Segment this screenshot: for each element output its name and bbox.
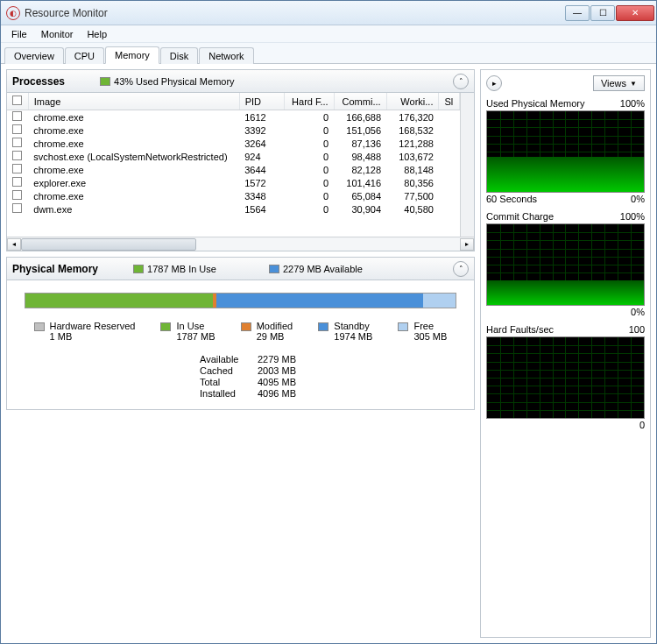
graph-block: Used Physical Memory100% 60 Seconds0% — [486, 98, 645, 204]
legend-value: 1 MB — [50, 331, 136, 342]
tab-overview[interactable]: Overview — [4, 47, 64, 64]
col-image[interactable]: Image — [28, 93, 239, 110]
minimize-button[interactable]: — — [565, 5, 590, 21]
legend-inuse: In Use 1787 MB — [160, 321, 215, 342]
app-icon: ◐ — [6, 6, 20, 20]
graph-canvas — [486, 223, 645, 306]
cell-pid: 924 — [239, 150, 285, 163]
membar-free — [423, 294, 455, 308]
table-row[interactable]: chrome.exe 1612 0 166,688 176,320 — [7, 110, 460, 124]
cell-working: 176,320 — [386, 110, 439, 124]
col-pid[interactable]: PID — [239, 93, 285, 110]
membar-inuse — [25, 294, 213, 308]
col-working[interactable]: Worki... — [386, 93, 439, 110]
row-checkbox[interactable] — [12, 190, 22, 200]
menu-file[interactable]: File — [4, 27, 34, 41]
table-row[interactable]: chrome.exe 3392 0 151,056 168,532 — [7, 124, 460, 137]
cell-pid: 3264 — [239, 137, 285, 150]
collapse-right-icon[interactable]: ▸ — [486, 75, 502, 91]
col-sl[interactable]: Sl — [439, 93, 460, 110]
total-label: Total — [200, 377, 252, 387]
menu-monitor[interactable]: Monitor — [34, 27, 81, 41]
legend-swatch — [241, 322, 251, 331]
graph-foot-r: 0% — [631, 194, 645, 204]
total-value: 4095 MB — [258, 377, 319, 387]
physical-avail-status: 2279 MB Available — [283, 264, 363, 274]
row-checkbox[interactable] — [12, 151, 22, 160]
left-pane: Processes 43% Used Physical Memory ˄ — [6, 69, 475, 638]
row-checkbox[interactable] — [12, 138, 22, 147]
cell-commit: 30,904 — [334, 202, 386, 216]
row-checkbox[interactable] — [12, 203, 22, 213]
scroll-thumb[interactable] — [21, 238, 196, 251]
row-checkbox[interactable] — [12, 111, 22, 121]
tab-disk[interactable]: Disk — [160, 47, 198, 64]
legend-value: 29 MB — [257, 331, 293, 342]
legend-value: 1974 MB — [334, 331, 372, 342]
table-row[interactable]: chrome.exe 3348 0 65,084 77,500 — [7, 189, 460, 202]
menu-help[interactable]: Help — [80, 27, 114, 41]
cell-working: 40,580 — [386, 202, 439, 216]
legend-swatch — [318, 322, 328, 331]
cell-image: chrome.exe — [28, 124, 239, 137]
legend-label: Modified — [257, 321, 293, 331]
select-all-checkbox[interactable] — [12, 96, 22, 105]
legend-swatch — [34, 322, 45, 331]
tab-cpu[interactable]: CPU — [65, 47, 104, 64]
close-button[interactable]: ✕ — [616, 5, 654, 21]
cell-hardf: 0 — [285, 202, 334, 216]
titlebar[interactable]: ◐ Resource Monitor — ☐ ✕ — [1, 1, 656, 25]
cell-commit: 82,128 — [334, 163, 386, 176]
views-button[interactable]: Views ▼ — [593, 75, 645, 91]
legend-value: 1787 MB — [176, 331, 215, 342]
legend-value: 305 MB — [413, 331, 447, 342]
table-row[interactable]: chrome.exe 3644 0 82,128 88,148 — [7, 163, 460, 176]
cell-pid: 1564 — [239, 202, 285, 216]
cell-commit: 87,136 — [334, 137, 386, 150]
physical-header[interactable]: Physical Memory 1787 MB In Use 2279 MB A… — [7, 258, 474, 280]
graph-max: 100% — [620, 98, 645, 109]
row-checkbox[interactable] — [12, 124, 22, 134]
processes-hscroll[interactable]: ◂ ▸ — [7, 237, 474, 251]
row-checkbox[interactable] — [12, 164, 22, 173]
processes-status: 43% Used Physical Memory — [114, 76, 235, 87]
right-pane: ▸ Views ▼ Used Physical Memory100% 60 Se… — [480, 69, 651, 638]
graph-block: Hard Faults/sec100 0 — [486, 324, 645, 430]
table-row[interactable]: explorer.exe 1572 0 101,416 80,356 — [7, 176, 460, 189]
cell-pid: 3348 — [239, 189, 285, 202]
tab-network[interactable]: Network — [199, 47, 253, 64]
col-commit[interactable]: Commi... — [334, 93, 386, 110]
graph-fill — [487, 280, 644, 305]
scroll-right-icon[interactable]: ▸ — [460, 238, 474, 251]
cell-commit: 98,488 — [334, 150, 386, 163]
table-row[interactable]: svchost.exe (LocalSystemNetworkRestricte… — [7, 150, 460, 163]
cell-hardf: 0 — [285, 124, 334, 137]
maximize-button[interactable]: ☐ — [590, 5, 615, 21]
row-checkbox[interactable] — [12, 177, 22, 187]
table-row[interactable]: chrome.exe 3264 0 87,136 121,288 — [7, 137, 460, 150]
processes-vscroll[interactable] — [460, 93, 474, 237]
legend-free: Free 305 MB — [398, 321, 447, 342]
available-value: 2279 MB — [258, 354, 319, 364]
table-row[interactable]: dwm.exe 1564 0 30,904 40,580 — [7, 202, 460, 216]
physical-inuse-status: 1787 MB In Use — [147, 264, 216, 274]
mem-swatch — [100, 77, 110, 86]
cell-image: chrome.exe — [28, 110, 239, 124]
legend-swatch — [160, 322, 171, 331]
collapse-physical-icon[interactable]: ˄ — [453, 261, 469, 277]
cell-pid: 1572 — [239, 176, 285, 189]
col-hardf[interactable]: Hard F... — [285, 93, 334, 110]
processes-header[interactable]: Processes 43% Used Physical Memory ˄ — [7, 70, 474, 93]
cell-working: 77,500 — [386, 189, 439, 202]
graph-canvas — [486, 110, 645, 193]
graph-foot-r: 0 — [639, 420, 645, 430]
cell-hardf: 0 — [285, 137, 334, 150]
cell-commit: 101,416 — [334, 176, 386, 189]
legend-modified: Modified 29 MB — [241, 321, 293, 342]
cell-commit: 166,688 — [334, 110, 386, 124]
collapse-processes-icon[interactable]: ˄ — [453, 74, 469, 89]
tab-memory[interactable]: Memory — [105, 46, 159, 64]
scroll-left-icon[interactable]: ◂ — [7, 238, 21, 251]
cached-value: 2003 MB — [258, 365, 319, 376]
cell-working: 121,288 — [386, 137, 439, 150]
